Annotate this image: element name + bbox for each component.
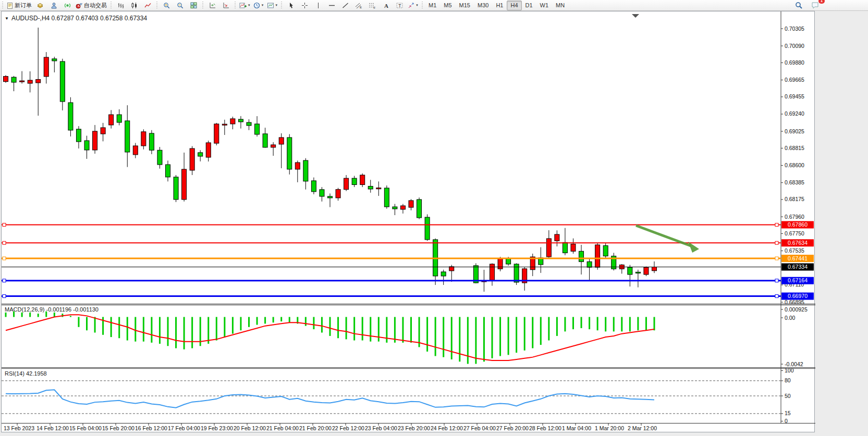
timeframe-h4-button[interactable]: H4	[507, 1, 521, 10]
vertical-line-tool-button[interactable]	[311, 0, 325, 10]
chart-canvas[interactable]: 0.703050.700900.698800.696650.694550.692…	[2, 11, 815, 432]
support-1-handle[interactable]	[3, 279, 6, 282]
toolbar-grip	[2, 2, 4, 9]
indicators-icon	[239, 2, 247, 9]
timeframe-m30-button[interactable]: M30	[474, 1, 492, 10]
svg-text:E: E	[360, 6, 362, 9]
svg-text:22 Feb 12:00: 22 Feb 12:00	[332, 425, 364, 431]
svg-text:F: F	[374, 6, 376, 9]
svg-text:0.69455: 0.69455	[785, 93, 804, 99]
market-watch-button[interactable]	[33, 0, 47, 10]
timeframe-mn-button[interactable]: MN	[552, 1, 568, 10]
svg-text:0.67164: 0.67164	[788, 277, 808, 283]
timeframe-m5-button[interactable]: M5	[440, 1, 455, 10]
svg-text:15 Feb 04:00: 15 Feb 04:00	[69, 425, 102, 431]
arrows-tool-dropdown-icon[interactable]: ▾	[416, 3, 418, 7]
svg-text:0.00: 0.00	[785, 315, 796, 321]
svg-text:T: T	[398, 3, 401, 8]
horizontal-line-tool-button[interactable]	[325, 0, 338, 10]
search-button[interactable]	[792, 0, 805, 10]
svg-text:17 Feb 04:00: 17 Feb 04:00	[168, 425, 200, 431]
chart-window[interactable]: 0.703050.700900.698800.696650.694550.692…	[1, 11, 815, 432]
templates-button[interactable]: ▾	[265, 0, 279, 10]
svg-text:50: 50	[785, 393, 791, 399]
svg-text:0.67960: 0.67960	[785, 214, 804, 220]
crosshair-tool-button[interactable]	[298, 0, 311, 10]
pivot-line-handle[interactable]	[775, 257, 778, 260]
pivot-line-handle[interactable]	[3, 257, 6, 260]
text-tool-icon: A	[383, 2, 389, 9]
svg-text:15 Feb 20:00: 15 Feb 20:00	[102, 425, 135, 431]
indicators-button[interactable]: ▾	[238, 0, 252, 10]
arrows-tool-button[interactable]: ▾	[406, 0, 420, 10]
symbol-dropdown-icon[interactable]: ▼	[5, 16, 9, 21]
svg-text:0.68175: 0.68175	[785, 196, 804, 202]
support-1-handle[interactable]	[775, 279, 778, 282]
support-2-handle[interactable]	[775, 295, 778, 298]
main-toolbar: 新订单自动交易▾▾▾EFAT▾M1M5M15M30H1H4D1W1MN1	[0, 0, 868, 11]
line-chart-mode-button[interactable]	[141, 0, 154, 10]
chart-shift-button[interactable]	[219, 0, 233, 10]
candlestick-mode-button[interactable]	[127, 0, 141, 10]
periods-button[interactable]: ▾	[252, 0, 265, 10]
trend-arrow-annotation[interactable]	[636, 226, 699, 253]
chart-title-text: AUDUSD-,H4 0.67287 0.67403 0.67258 0.673…	[11, 15, 147, 22]
resistance-1-handle[interactable]	[3, 223, 6, 227]
svg-text:27 Feb 20:00: 27 Feb 20:00	[496, 425, 529, 431]
time-axis: 13 Feb 202314 Feb 12:0015 Feb 04:0015 Fe…	[4, 423, 657, 432]
timeframe-m1-button[interactable]: M1	[425, 1, 440, 10]
equidistant-channel-tool-button[interactable]: E	[352, 0, 365, 10]
signals-button[interactable]	[60, 0, 74, 10]
price-badge: 0.67164	[781, 277, 814, 284]
candlestick-series[interactable]	[4, 28, 657, 292]
svg-text:21 Feb 20:00: 21 Feb 20:00	[299, 425, 332, 431]
timeframe-d1-button[interactable]: D1	[522, 1, 536, 10]
support-2-handle[interactable]	[3, 295, 6, 298]
templates-dropdown-icon[interactable]: ▾	[276, 3, 278, 7]
chart-shift-marker[interactable]	[632, 14, 639, 18]
zoom-in-button[interactable]	[160, 0, 173, 10]
periods-dropdown-icon[interactable]: ▾	[262, 3, 264, 7]
svg-text:19 Feb 23:00: 19 Feb 23:00	[201, 425, 233, 431]
text-tool-button[interactable]: A	[379, 0, 393, 10]
candlestick-mode-icon	[131, 2, 138, 9]
timeframe-w1-button[interactable]: W1	[536, 1, 553, 10]
autotrading-button[interactable]: 自动交易	[74, 0, 108, 10]
new-order-button[interactable]: 新订单	[5, 0, 33, 10]
chat-button[interactable]: 1	[809, 0, 822, 10]
rsi-line	[6, 390, 654, 407]
indicators-dropdown-icon[interactable]: ▾	[248, 3, 250, 7]
resistance-2-handle[interactable]	[3, 241, 6, 244]
svg-text:0.70090: 0.70090	[785, 43, 804, 49]
text-label-tool-button[interactable]: T	[393, 0, 406, 10]
resistance-1-handle[interactable]	[775, 223, 778, 227]
price-badge: 0.67634	[781, 239, 814, 246]
new-order-icon	[7, 2, 14, 9]
svg-text:0.70305: 0.70305	[785, 26, 804, 32]
tile-windows-button[interactable]	[187, 0, 200, 10]
price-badge: 0.66970	[781, 293, 814, 300]
chart-title: ▼ AUDUSD-,H4 0.67287 0.67403 0.67258 0.6…	[5, 15, 147, 22]
macd-pane: 0.0009250.00-0.0042	[6, 306, 808, 367]
svg-text:1 Mar 20:00: 1 Mar 20:00	[595, 425, 624, 431]
svg-text:16 Feb 12:00: 16 Feb 12:00	[135, 425, 167, 431]
resistance-2-handle[interactable]	[775, 241, 778, 244]
svg-text:0.67441: 0.67441	[788, 255, 808, 261]
fibonacci-tool-button[interactable]: F	[365, 0, 379, 10]
horizontal-lines	[2, 223, 781, 298]
bar-chart-mode-button[interactable]	[114, 0, 127, 10]
auto-scroll-button[interactable]	[205, 0, 219, 10]
zoom-out-button[interactable]	[173, 0, 187, 10]
trendline-tool-button[interactable]	[338, 0, 352, 10]
svg-text:20 Feb 12:00: 20 Feb 12:00	[234, 425, 266, 431]
cursor-tool-button[interactable]	[284, 0, 298, 10]
navigator-icon	[51, 2, 57, 9]
timeframe-m15-button[interactable]: M15	[456, 1, 474, 10]
timeframe-h1-button[interactable]: H1	[492, 1, 507, 10]
svg-text:0.67334: 0.67334	[788, 264, 808, 270]
navigator-button[interactable]	[47, 0, 60, 10]
trendline-tool-icon	[342, 2, 349, 9]
price-badge: 0.67441	[781, 255, 814, 262]
svg-text:0.69240: 0.69240	[785, 110, 804, 117]
svg-text:80: 80	[785, 377, 791, 383]
